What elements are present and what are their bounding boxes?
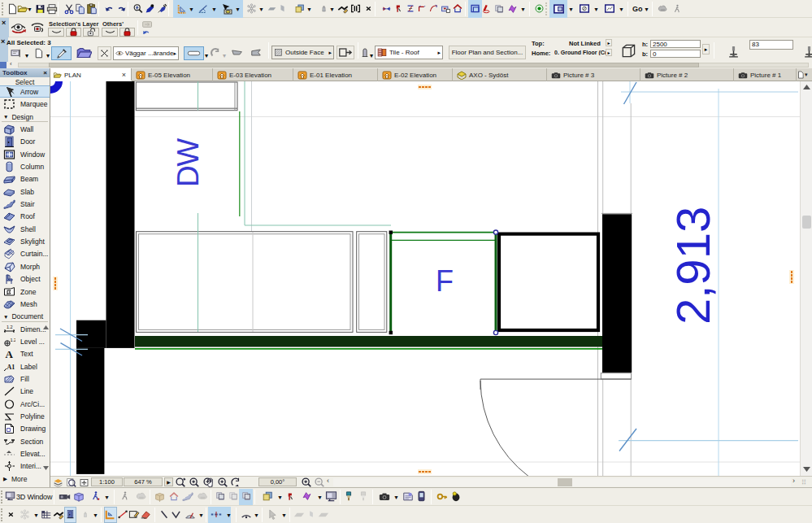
svg-text:2,913: 2,913 [667, 207, 719, 325]
svg-text:F: F [436, 264, 454, 298]
svg-text:DW: DW [172, 138, 205, 187]
